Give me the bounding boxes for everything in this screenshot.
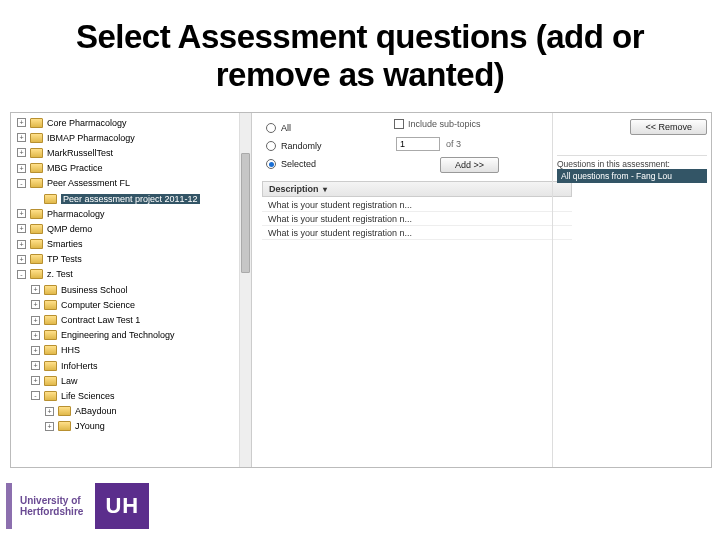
include-subtopics-label: Include sub-topics [408, 119, 481, 129]
tree-item-label: QMP demo [47, 224, 92, 234]
expand-icon[interactable]: + [31, 331, 40, 340]
tree-item[interactable]: +QMP demo [17, 221, 251, 236]
tree-item[interactable]: +InfoHerts [17, 358, 251, 373]
expand-icon[interactable]: + [31, 376, 40, 385]
tree-item-label: Contract Law Test 1 [61, 315, 140, 325]
tree-item-label: HHS [61, 345, 80, 355]
checkbox-include-subtopics[interactable] [394, 119, 404, 129]
tree-item-label: Engineering and Technology [61, 330, 174, 340]
tree-item[interactable]: +IBMAP Pharmacology [17, 130, 251, 145]
expand-icon[interactable]: + [17, 209, 26, 218]
tree-item[interactable]: +Pharmacology [17, 206, 251, 221]
collapse-icon[interactable]: - [31, 391, 40, 400]
collapse-icon[interactable]: - [17, 270, 26, 279]
folder-icon [30, 239, 43, 249]
logo-accent-bar [6, 483, 12, 529]
random-count-total: of 3 [446, 139, 461, 149]
folder-icon [30, 209, 43, 219]
tree-item[interactable]: +MBG Practice [17, 161, 251, 176]
expand-icon[interactable]: + [17, 118, 26, 127]
expand-icon[interactable]: + [45, 407, 54, 416]
tree-item[interactable]: +Business School [17, 282, 251, 297]
topic-tree[interactable]: +Core Pharmacology+IBMAP Pharmacology+Ma… [11, 113, 252, 467]
radio-randomly-label: Randomly [281, 141, 322, 151]
expand-icon[interactable]: + [31, 316, 40, 325]
random-count-input[interactable] [396, 137, 440, 151]
expand-icon[interactable]: + [17, 164, 26, 173]
tree-item-label: MBG Practice [47, 163, 103, 173]
expand-icon[interactable]: + [17, 240, 26, 249]
tree-item[interactable]: +Computer Science [17, 297, 251, 312]
question-list[interactable]: What is your student registration n...Wh… [262, 198, 572, 240]
tree-item[interactable]: +Engineering and Technology [17, 328, 251, 343]
expand-icon[interactable]: + [17, 148, 26, 157]
collapse-icon[interactable]: - [17, 179, 26, 188]
folder-icon [30, 178, 43, 188]
folder-icon [58, 421, 71, 431]
radio-randomly[interactable] [266, 141, 276, 151]
expand-icon[interactable]: + [31, 361, 40, 370]
tree-item[interactable]: Peer assessment project 2011-12 [17, 191, 251, 206]
tree-item[interactable]: -Life Sciences [17, 388, 251, 403]
expand-icon[interactable]: + [17, 133, 26, 142]
expand-icon[interactable]: + [17, 255, 26, 264]
question-row[interactable]: What is your student registration n... [262, 212, 572, 226]
tree-scrollbar[interactable] [239, 113, 251, 467]
folder-icon [44, 285, 57, 295]
assessment-question-row[interactable]: All questions from - Fang Lou [557, 169, 707, 183]
app-window: +Core Pharmacology+IBMAP Pharmacology+Ma… [10, 112, 712, 468]
question-row[interactable]: What is your student registration n... [262, 198, 572, 212]
folder-icon [30, 118, 43, 128]
tree-item-label: ABaydoun [75, 406, 117, 416]
tree-item-label: Business School [61, 285, 128, 295]
tree-scroll-thumb[interactable] [241, 153, 250, 273]
expand-icon[interactable]: + [31, 285, 40, 294]
folder-icon [44, 391, 57, 401]
tree-item-label: Life Sciences [61, 391, 115, 401]
tree-item[interactable]: +JYoung [17, 419, 251, 434]
tree-item[interactable]: +TP Tests [17, 252, 251, 267]
logo-text-line1: University of [20, 495, 83, 506]
tree-item-label: Computer Science [61, 300, 135, 310]
tree-item-label: Peer assessment project 2011-12 [61, 194, 200, 204]
radio-selected[interactable] [266, 159, 276, 169]
folder-icon [30, 133, 43, 143]
logo-text-line2: Hertfordshire [20, 506, 83, 517]
university-logo: University of Hertfordshire UH [6, 482, 149, 530]
tree-item-label: Smarties [47, 239, 83, 249]
expand-icon[interactable]: + [17, 224, 26, 233]
tree-item[interactable]: +Contract Law Test 1 [17, 312, 251, 327]
tree-item[interactable]: +Smarties [17, 237, 251, 252]
logo-uh-mark: UH [95, 483, 149, 529]
remove-button[interactable]: << Remove [630, 119, 707, 135]
folder-icon [44, 315, 57, 325]
question-row[interactable]: What is your student registration n... [262, 226, 572, 240]
folder-icon [44, 330, 57, 340]
tree-item-label: JYoung [75, 421, 105, 431]
tree-item[interactable]: +HHS [17, 343, 251, 358]
tree-item[interactable]: -z. Test [17, 267, 251, 282]
tree-item[interactable]: +Core Pharmacology [17, 115, 251, 130]
tree-item[interactable]: +Law [17, 373, 251, 388]
folder-icon [44, 376, 57, 386]
folder-icon [58, 406, 71, 416]
description-column-header[interactable]: Description ▾ [262, 181, 572, 197]
folder-icon [44, 300, 57, 310]
tree-item[interactable]: -Peer Assessment FL [17, 176, 251, 191]
tree-item-label: z. Test [47, 269, 73, 279]
folder-icon [44, 194, 57, 204]
expand-icon[interactable]: + [31, 300, 40, 309]
expand-icon[interactable]: + [45, 422, 54, 431]
folder-icon [30, 148, 43, 158]
description-header-label: Description [269, 184, 319, 194]
radio-all[interactable] [266, 123, 276, 133]
tree-item[interactable]: +MarkRussellTest [17, 145, 251, 160]
tree-item-label: Law [61, 376, 78, 386]
assessment-questions-header: Questions in this assessment: [557, 155, 707, 169]
folder-icon [30, 224, 43, 234]
tree-item-label: InfoHerts [61, 361, 98, 371]
tree-item[interactable]: +ABaydoun [17, 404, 251, 419]
add-button[interactable]: Add >> [440, 157, 499, 173]
panel-divider [552, 113, 553, 467]
expand-icon[interactable]: + [31, 346, 40, 355]
